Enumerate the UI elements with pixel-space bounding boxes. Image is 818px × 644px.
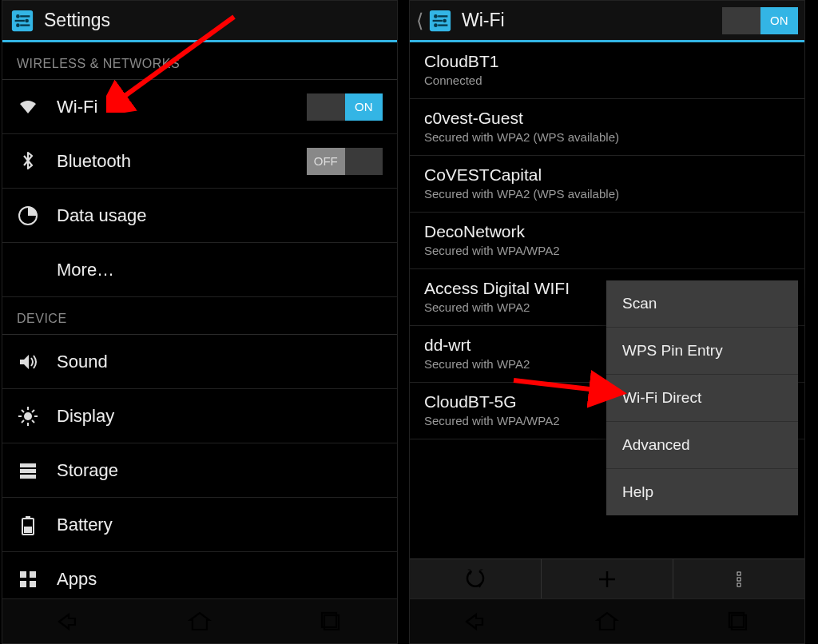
phone-wifi: ⟨ Wi-Fi OFF ON CloudBT1Connectedc0vest-G… — [409, 0, 805, 644]
settings-list[interactable]: WIRELESS & NETWORKS Wi-Fi OFF ON Bluetoo… — [2, 42, 397, 598]
row-data-usage[interactable]: Data usage — [2, 189, 397, 243]
wifi-signal-icon — [766, 229, 790, 250]
bluetooth-label: Bluetooth — [57, 151, 289, 172]
section-device: DEVICE — [2, 297, 397, 335]
wifi-signal-icon — [766, 173, 790, 193]
network-row[interactable]: CloudBT1Connected — [410, 42, 804, 99]
network-name: c0vest-Guest — [424, 109, 755, 128]
wifi-master-toggle[interactable]: OFF ON — [722, 7, 798, 34]
display-icon — [17, 405, 39, 427]
data-usage-icon — [17, 205, 39, 227]
wifi-signal-icon — [766, 59, 790, 80]
overflow-button[interactable] — [673, 559, 804, 598]
wifi-label: Wi-Fi — [57, 97, 289, 117]
phone-settings: Settings WIRELESS & NETWORKS Wi-Fi OFF O… — [2, 0, 398, 644]
bluetooth-toggle[interactable]: OFF ON — [307, 148, 383, 175]
settings-title: Settings — [44, 10, 391, 31]
sound-label: Sound — [57, 352, 383, 372]
network-name: DecoNetwork — [424, 222, 755, 241]
network-name: CloudBT1 — [424, 52, 755, 71]
battery-icon — [17, 514, 39, 536]
navbar-left — [2, 598, 397, 643]
row-more[interactable]: More… — [2, 243, 397, 297]
menu-item[interactable]: Help — [606, 469, 798, 515]
add-network-button[interactable] — [541, 559, 673, 598]
storage-label: Storage — [57, 460, 383, 481]
row-storage[interactable]: Storage — [2, 443, 397, 498]
network-row[interactable]: c0vest-GuestSecured with WPA2 (WPS avail… — [410, 99, 804, 156]
wifi-actionbar — [410, 559, 804, 598]
menu-item[interactable]: Scan — [606, 280, 798, 328]
data-usage-label: Data usage — [57, 205, 383, 226]
section-wireless-networks: WIRELESS & NETWORKS — [2, 42, 397, 80]
menu-item[interactable]: Advanced — [606, 422, 798, 469]
wifi-header: ⟨ Wi-Fi OFF ON — [410, 1, 804, 42]
network-row[interactable]: CoVESTCapitalSecured with WPA2 (WPS avai… — [410, 156, 804, 213]
network-row[interactable]: DecoNetworkSecured with WPA/WPA2 — [410, 213, 804, 269]
wifi-toggle[interactable]: OFF ON — [307, 93, 383, 121]
wifi-signal-icon — [766, 116, 790, 137]
nav-recent-button[interactable] — [723, 606, 755, 638]
nav-home-button[interactable] — [184, 606, 216, 638]
row-display[interactable]: Display — [2, 389, 397, 443]
apps-label: Apps — [57, 569, 383, 590]
battery-label: Battery — [57, 515, 383, 535]
wifi-overflow-menu: ScanWPS Pin EntryWi-Fi DirectAdvancedHel… — [606, 280, 798, 515]
network-status: Secured with WPA2 (WPS available) — [424, 130, 755, 144]
wifi-title: Wi-Fi — [462, 10, 714, 31]
bluetooth-icon — [17, 150, 39, 173]
row-bluetooth[interactable]: Bluetooth OFF ON — [2, 134, 397, 189]
storage-icon — [17, 459, 39, 482]
network-status: Connected — [424, 74, 755, 87]
nav-back-button[interactable] — [52, 606, 84, 638]
wps-button[interactable] — [410, 559, 541, 598]
settings-app-icon — [9, 7, 36, 34]
settings-header: Settings — [2, 1, 397, 42]
row-sound[interactable]: Sound — [2, 335, 397, 389]
nav-recent-button[interactable] — [316, 606, 347, 638]
row-wifi[interactable]: Wi-Fi OFF ON — [2, 80, 397, 134]
network-status: Secured with WPA2 (WPS available) — [424, 187, 755, 201]
display-label: Display — [57, 406, 383, 427]
more-label: More… — [57, 260, 383, 280]
wifi-app-icon[interactable] — [427, 7, 454, 34]
navbar-right — [410, 598, 804, 643]
apps-icon — [17, 568, 39, 590]
back-up-icon[interactable]: ⟨ — [416, 10, 423, 32]
network-name: CoVESTCapital — [424, 165, 755, 185]
menu-item[interactable]: WPS Pin Entry — [606, 328, 798, 375]
nav-back-button[interactable] — [459, 606, 491, 638]
row-battery[interactable]: Battery — [2, 498, 397, 552]
sound-icon — [17, 351, 39, 373]
row-apps[interactable]: Apps — [2, 552, 397, 598]
menu-item[interactable]: Wi-Fi Direct — [606, 375, 798, 422]
wifi-icon — [17, 96, 39, 118]
network-status: Secured with WPA/WPA2 — [424, 244, 755, 257]
nav-home-button[interactable] — [591, 606, 623, 638]
